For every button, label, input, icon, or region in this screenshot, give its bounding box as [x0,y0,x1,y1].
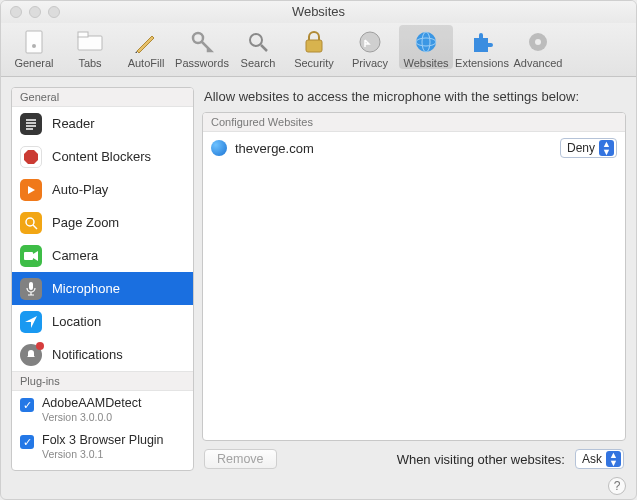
footer: ? [1,477,636,499]
toolbar-tab-advanced[interactable]: Advanced [511,25,565,69]
tabs-icon [76,28,104,56]
other-websites-value: Ask [582,452,602,466]
toolbar-label: Security [294,57,334,69]
toolbar-label: Privacy [352,57,388,69]
plugin-checkbox[interactable]: ✓ [20,398,34,412]
plugin-name: AdobeAAMDetect [42,396,141,410]
sidebar-item-label: Notifications [52,347,123,362]
plugin-name: Folx 3 Browser Plugin [42,433,164,447]
autofill-icon [132,28,160,56]
svg-marker-13 [24,150,38,164]
main-heading: Allow websites to access the microphone … [204,89,624,104]
site-permission-select[interactable]: Deny ▲▼ [560,138,617,158]
sidebar-item-microphone[interactable]: Microphone [12,272,193,305]
sidebar-item-label: Auto-Play [52,182,108,197]
toolbar-tab-privacy[interactable]: Privacy [343,25,397,69]
configured-websites-heading: Configured Websites [203,113,625,132]
plugin-version: Version 3.0.1 [42,448,164,460]
sidebar-item-label: Camera [52,248,98,263]
window-title: Websites [1,4,636,19]
plugin-version: Version 3.0.0.0 [42,411,141,423]
svg-point-1 [32,44,36,48]
titlebar: Websites [1,1,636,23]
plugin-row[interactable]: ✓ AdobeAAMDetect Version 3.0.0.0 [12,391,193,428]
sidebar: General Reader Content Blockers Auto-Pla… [11,87,194,471]
plugin-info: Folx 3 Browser Plugin Version 3.0.1 [42,433,164,460]
toolbar-label: AutoFill [128,57,165,69]
preferences-window: Websites General Tabs AutoFill Passwords [0,0,637,500]
toolbar-tab-passwords[interactable]: Passwords [175,25,229,69]
toolbar-label: General [14,57,53,69]
site-domain: theverge.com [235,141,314,156]
search-icon [244,28,272,56]
toolbar-tab-security[interactable]: Security [287,25,341,69]
bottom-bar: Remove When visiting other websites: Ask… [202,441,626,471]
toolbar-label: Advanced [514,57,563,69]
toolbar-tab-extensions[interactable]: Extensions [455,25,509,69]
plugin-checkbox[interactable]: ✓ [20,435,34,449]
remove-button[interactable]: Remove [204,449,277,469]
sidebar-item-reader[interactable]: Reader [12,107,193,140]
reader-icon [20,113,42,135]
sidebar-item-notifications[interactable]: Notifications [12,338,193,371]
privacy-icon [356,28,384,56]
svg-rect-18 [29,282,33,290]
location-icon [20,311,42,333]
toolbar-label: Tabs [78,57,101,69]
general-icon [20,28,48,56]
toolbar-tab-tabs[interactable]: Tabs [63,25,117,69]
other-websites-select[interactable]: Ask ▲▼ [575,449,624,469]
globe-icon [211,140,227,156]
stop-icon [20,146,42,168]
svg-rect-2 [78,36,102,50]
toolbar-label: Passwords [175,57,229,69]
configured-websites-pane: Configured Websites theverge.com Deny ▲▼ [202,112,626,441]
sidebar-item-label: Reader [52,116,95,131]
sidebar-item-location[interactable]: Location [12,305,193,338]
svg-point-5 [250,34,262,46]
sidebar-item-content-blockers[interactable]: Content Blockers [12,140,193,173]
chevron-updown-icon: ▲▼ [599,140,614,156]
svg-point-15 [26,218,34,226]
toolbar-tab-general[interactable]: General [7,25,61,69]
svg-rect-3 [78,32,88,37]
extensions-icon [468,28,496,56]
svg-point-12 [535,39,541,45]
main-panel: Allow websites to access the microphone … [202,87,626,471]
svg-rect-0 [26,31,42,53]
sidebar-item-label: Page Zoom [52,215,119,230]
svg-rect-6 [306,40,322,52]
toolbar-tab-autofill[interactable]: AutoFill [119,25,173,69]
gear-icon [524,28,552,56]
help-button[interactable]: ? [608,477,626,495]
camera-icon [20,245,42,267]
site-row[interactable]: theverge.com Deny ▲▼ [203,132,625,164]
toolbar-tab-websites[interactable]: Websites [399,25,453,69]
svg-rect-16 [24,252,33,260]
zoom-icon [20,212,42,234]
chevron-updown-icon: ▲▼ [606,451,621,467]
sidebar-item-camera[interactable]: Camera [12,239,193,272]
sidebar-item-page-zoom[interactable]: Page Zoom [12,206,193,239]
sidebar-item-auto-play[interactable]: Auto-Play [12,173,193,206]
plugin-info: AdobeAAMDetect Version 3.0.0.0 [42,396,141,423]
sidebar-section-general: General [12,88,193,107]
lock-icon [300,28,328,56]
svg-marker-17 [33,251,38,261]
svg-marker-19 [25,316,37,328]
sidebar-item-label: Content Blockers [52,149,151,164]
plugin-row[interactable]: ✓ Folx 3 Browser Plugin Version 3.0.1 [12,428,193,465]
toolbar-label: Websites [403,57,448,69]
preferences-toolbar: General Tabs AutoFill Passwords Search [1,23,636,77]
microphone-icon [20,278,42,300]
toolbar-label: Search [241,57,276,69]
other-websites-label: When visiting other websites: [397,452,565,467]
site-permission-value: Deny [567,141,595,155]
websites-icon [412,28,440,56]
passwords-icon [188,28,216,56]
sidebar-item-label: Location [52,314,101,329]
notifications-icon [20,344,42,366]
toolbar-tab-search[interactable]: Search [231,25,285,69]
svg-point-7 [360,32,380,52]
sidebar-section-plugins: Plug-ins [12,371,193,391]
